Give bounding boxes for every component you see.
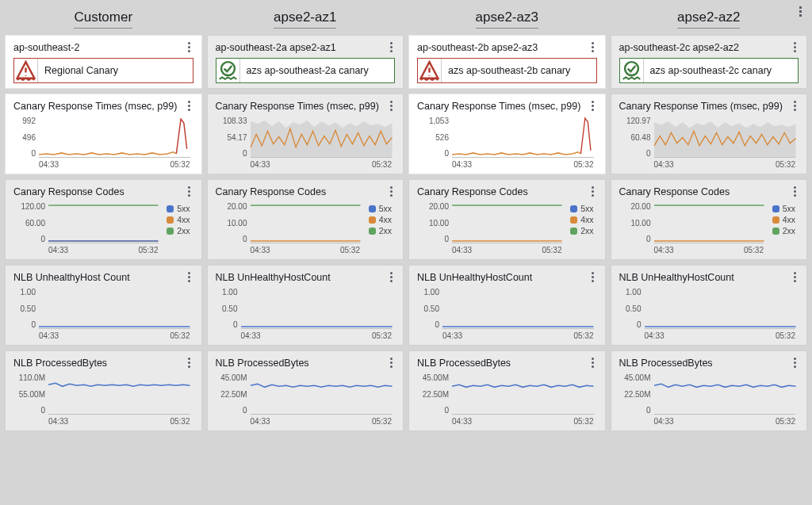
y-tick: 496 — [13, 133, 36, 142]
status-box[interactable]: Regional Canary — [13, 58, 193, 83]
status-box[interactable]: azs ap-southeast-2a canary — [216, 58, 396, 83]
chart[interactable]: 120.0060.000 5xx 4xx 2xx 04:3305:32 — [13, 202, 193, 254]
kebab-icon[interactable] — [385, 41, 396, 52]
y-tick: 1.00 — [216, 288, 238, 296]
status-box[interactable]: azs ap-southeast-2c canary — [619, 58, 799, 83]
panel-title: NLB ProcessedBytes — [216, 358, 396, 369]
y-tick: 20.00 — [619, 202, 651, 211]
chart-panel-response-codes: Canary Response Codes 120.0060.000 5xx 4… — [5, 179, 202, 260]
panel-title: ap-southeast-2b apse2-az3 — [417, 42, 597, 53]
legend-label: 4xx — [783, 215, 795, 224]
y-tick: 0 — [216, 320, 238, 329]
svg-point-0 — [221, 62, 235, 75]
column-header: apse2-az1 — [207, 5, 404, 30]
kebab-icon[interactable] — [789, 100, 800, 111]
status-panel: ap-southeast-2b apse2-az3 azs ap-southea… — [408, 35, 606, 89]
kebab-icon[interactable] — [184, 41, 195, 52]
kebab-icon[interactable] — [789, 357, 800, 368]
kebab-icon[interactable] — [385, 100, 396, 111]
x-tick: 05:32 — [170, 331, 190, 340]
chart[interactable]: 45.00M22.50M0 04:3305:32 — [619, 373, 799, 426]
chart[interactable]: 9924960 04:3305:32 — [13, 117, 193, 169]
column-header: apse2-az3 — [408, 5, 606, 30]
legend-swatch-icon — [772, 216, 779, 224]
x-tick: 04:33 — [241, 331, 261, 340]
y-tick: 45.00M — [216, 373, 247, 382]
chart[interactable]: 20.0010.000 5xx 4xx 2xx 04:3305:32 — [216, 202, 396, 254]
chart[interactable]: 1.000.500 04:3305:32 — [13, 288, 193, 340]
x-tick: 04:33 — [452, 417, 472, 426]
y-tick: 20.00 — [216, 202, 247, 211]
kebab-icon[interactable] — [184, 357, 195, 368]
status-box[interactable]: azs ap-southeast-2b canary — [417, 58, 597, 83]
x-tick: 04:33 — [645, 331, 665, 340]
y-tick: 110.0M — [13, 373, 45, 382]
chart[interactable]: 20.0010.000 5xx 4xx 2xx 04:3305:32 — [619, 202, 799, 254]
x-tick: 05:32 — [170, 417, 190, 426]
y-tick: 0 — [13, 149, 36, 158]
kebab-icon[interactable] — [184, 186, 195, 197]
y-tick: 10.00 — [216, 219, 247, 228]
kebab-icon[interactable] — [385, 357, 396, 368]
y-tick: 10.00 — [619, 219, 651, 228]
y-tick: 0 — [417, 320, 439, 329]
chart-panel-response-times: Canary Response Times (msec, p99) 1,0535… — [408, 94, 606, 174]
kebab-icon[interactable] — [184, 100, 195, 111]
kebab-icon[interactable] — [588, 186, 599, 197]
y-tick: 992 — [13, 117, 36, 125]
y-tick: 120.00 — [13, 202, 45, 211]
x-tick: 04:33 — [452, 246, 472, 254]
legend-label: 2xx — [177, 226, 190, 235]
y-tick: 0.50 — [13, 304, 36, 313]
kebab-icon[interactable] — [789, 186, 800, 197]
y-tick: 60.48 — [619, 133, 651, 142]
y-tick: 0.50 — [216, 304, 238, 313]
panel-title: NLB UnhealthyHost Count — [13, 272, 193, 283]
kebab-icon[interactable] — [588, 41, 599, 52]
chart[interactable]: 108.3354.170 04:3305:32 — [216, 117, 396, 169]
x-tick: 04:33 — [251, 160, 270, 169]
ok-icon — [620, 59, 644, 82]
legend-swatch-icon — [167, 228, 174, 235]
panel-title: Canary Response Codes — [216, 186, 396, 197]
panel-title: Canary Response Times (msec, p99) — [417, 101, 597, 112]
chart-panel-bytes: NLB ProcessedBytes 45.00M22.50M0 04:3305… — [611, 350, 808, 431]
chart[interactable]: 1,0535260 04:3305:32 — [417, 117, 597, 169]
y-tick: 0 — [216, 235, 247, 243]
svg-point-1 — [625, 62, 638, 75]
column-header: Customer — [5, 5, 202, 30]
kebab-icon[interactable] — [385, 186, 396, 197]
x-tick: 05:32 — [372, 331, 392, 340]
alarm-icon — [418, 59, 442, 82]
chart[interactable]: 1.000.500 04:3305:32 — [216, 288, 396, 340]
x-tick: 05:32 — [138, 246, 158, 254]
ok-icon — [216, 59, 240, 82]
legend-label: 2xx — [580, 226, 593, 235]
kebab-icon[interactable] — [795, 6, 806, 17]
chart[interactable]: 45.00M22.50M0 04:3305:32 — [216, 373, 396, 426]
x-tick: 04:33 — [48, 417, 68, 426]
chart[interactable]: 45.00M22.50M0 04:3305:32 — [417, 373, 597, 426]
y-tick: 108.33 — [216, 117, 247, 125]
kebab-icon[interactable] — [588, 100, 599, 111]
chart[interactable]: 1.000.500 04:3305:32 — [417, 288, 597, 340]
y-tick: 0 — [417, 235, 449, 243]
kebab-icon[interactable] — [184, 271, 195, 282]
chart[interactable]: 20.0010.000 5xx 4xx 2xx 04:3305:32 — [417, 202, 597, 254]
kebab-icon[interactable] — [789, 41, 800, 52]
kebab-icon[interactable] — [588, 271, 599, 282]
kebab-icon[interactable] — [789, 271, 800, 282]
x-tick: 04:33 — [442, 331, 462, 340]
chart-panel-response-codes: Canary Response Codes 20.0010.000 5xx 4x… — [611, 179, 808, 260]
kebab-icon[interactable] — [588, 357, 599, 368]
status-panel: ap-southeast-2c apse2-az2 azs ap-southea… — [611, 35, 808, 89]
legend-swatch-icon — [369, 205, 376, 212]
chart[interactable]: 110.0M55.00M0 04:3305:32 — [13, 373, 193, 426]
y-tick: 10.00 — [417, 219, 449, 228]
legend-swatch-icon — [369, 216, 376, 224]
x-tick: 04:33 — [654, 246, 674, 254]
kebab-icon[interactable] — [385, 271, 396, 282]
chart[interactable]: 120.9760.480 04:3305:32 — [619, 117, 799, 169]
legend: 5xx 4xx 2xx — [570, 204, 593, 237]
chart[interactable]: 1.000.500 04:3305:32 — [619, 288, 799, 340]
